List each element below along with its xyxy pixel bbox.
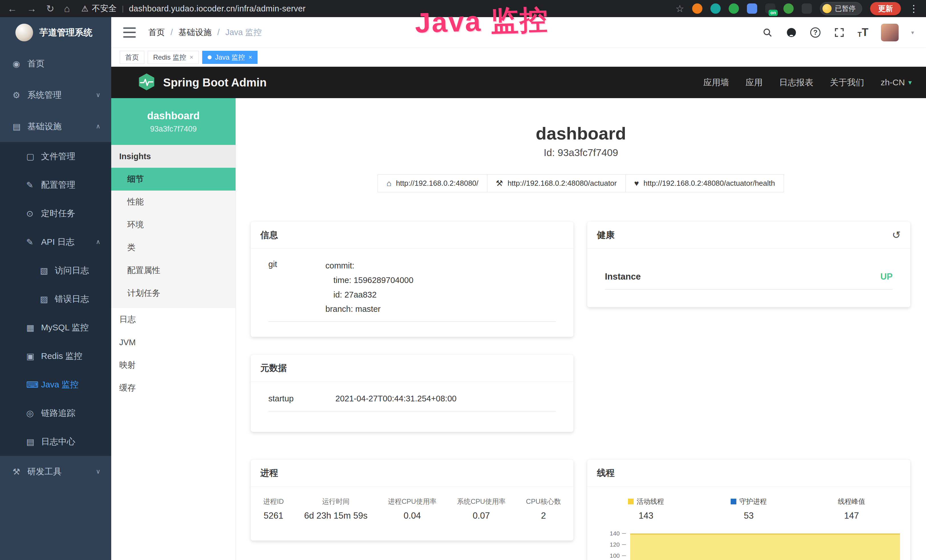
sidebar-item-log-center[interactable]: ▤ 日志中心 bbox=[0, 427, 111, 456]
extension-icon-puzzle[interactable] bbox=[802, 3, 812, 14]
sba-locale-select[interactable]: zh-CN ▾ bbox=[881, 77, 912, 87]
extension-icon-dark[interactable]: on bbox=[765, 3, 775, 14]
chevron-up-icon: ∧ bbox=[96, 123, 100, 130]
sba-nav-wallboard[interactable]: 应用墙 bbox=[703, 77, 729, 88]
forward-icon[interactable]: → bbox=[27, 4, 36, 14]
help-icon[interactable]: ? bbox=[809, 27, 821, 38]
emoji-face-icon bbox=[823, 4, 832, 13]
instance-menu-details[interactable]: 细节 bbox=[111, 168, 236, 191]
sidebar-item-label: API 日志 bbox=[41, 236, 74, 248]
extension-icon-green[interactable] bbox=[729, 3, 739, 14]
font-size-icon[interactable]: TT bbox=[858, 26, 869, 38]
sidebar-item-trace[interactable]: ◎ 链路追踪 bbox=[0, 399, 111, 427]
reload-icon[interactable]: ↻ bbox=[46, 4, 54, 14]
tab-home[interactable]: 首页 bbox=[120, 51, 144, 64]
sba-nav-about[interactable]: 关于我们 bbox=[830, 77, 864, 88]
chevron-down-icon: ∨ bbox=[96, 468, 100, 475]
legend-value: 147 bbox=[800, 511, 903, 521]
git-branch-line: branch: master bbox=[325, 302, 413, 316]
instance-menu-jvm[interactable]: JVM bbox=[111, 331, 236, 354]
breadcrumb-infrastructure[interactable]: 基础设施 bbox=[179, 27, 212, 38]
fullscreen-icon[interactable] bbox=[834, 27, 845, 38]
sidebar-item-infrastructure[interactable]: ▤ 基础设施 ∧ bbox=[0, 111, 111, 142]
instance-menu-logs[interactable]: 日志 bbox=[111, 308, 236, 331]
bookmark-star-icon[interactable]: ☆ bbox=[676, 3, 684, 14]
search-icon[interactable] bbox=[762, 27, 773, 38]
trace-icon: ◎ bbox=[26, 408, 41, 418]
sidebar-item-error-logs[interactable]: ▨ 错误日志 bbox=[0, 285, 111, 313]
sidebar-item-devtools[interactable]: ⚒ 研发工具 ∨ bbox=[0, 456, 111, 487]
cards-right-column: 健康 ↺ Instance UP 线程 bbox=[587, 222, 910, 560]
actuator-url-link[interactable]: ⚒ http://192.168.0.2:48080/actuator bbox=[487, 174, 626, 192]
sidebar-logo[interactable]: 芋道管理系统 bbox=[0, 17, 111, 48]
history-icon[interactable]: ↺ bbox=[892, 230, 900, 240]
extension-icon-teal[interactable] bbox=[710, 3, 721, 14]
card-title: 线程 bbox=[597, 467, 614, 479]
sidebar-item-java-monitor[interactable]: ⌨ Java 监控 bbox=[0, 370, 111, 399]
home-icon[interactable]: ⌂ bbox=[64, 4, 70, 14]
breadcrumb-separator: / bbox=[217, 28, 219, 37]
health-url-link[interactable]: ♥ http://192.168.0.2:48080/actuator/heal… bbox=[625, 174, 784, 192]
sba-logo-icon[interactable] bbox=[138, 73, 156, 92]
breadcrumb-home[interactable]: 首页 bbox=[148, 27, 165, 38]
heart-pulse-icon: ♥ bbox=[634, 179, 639, 188]
instance-menu-scheduled-tasks[interactable]: 计划任务 bbox=[111, 282, 236, 305]
threads-area-series bbox=[630, 533, 900, 560]
col-value: 0.07 bbox=[457, 511, 505, 521]
sidebar-item-mysql-monitor[interactable]: ▦ MySQL 监控 bbox=[0, 313, 111, 342]
extension-icon-leaf[interactable] bbox=[784, 3, 794, 14]
col-value: 5261 bbox=[263, 511, 284, 521]
instance-menu-classes[interactable]: 类 bbox=[111, 236, 236, 259]
back-icon[interactable]: ← bbox=[8, 4, 17, 14]
instance-menu-mappings[interactable]: 映射 bbox=[111, 354, 236, 377]
sidebar-item-redis-monitor[interactable]: ▣ Redis 监控 bbox=[0, 342, 111, 370]
sidebar-item-home[interactable]: ◉ 首页 bbox=[0, 48, 111, 79]
tab-label: Redis 监控 bbox=[153, 53, 186, 62]
instance-menu-metrics[interactable]: 性能 bbox=[111, 191, 236, 213]
instance-menu-environment[interactable]: 环境 bbox=[111, 213, 236, 236]
instance-menu-config-props[interactable]: 配置属性 bbox=[111, 259, 236, 282]
instance-submenu: 细节 性能 环境 类 配置属性 计划任务 bbox=[111, 168, 236, 308]
tab-redis-monitor[interactable]: Redis 监控 × bbox=[148, 51, 199, 64]
col-value: 0.04 bbox=[388, 511, 437, 521]
page-subtitle: Id: 93a3fc7f7409 bbox=[236, 147, 926, 158]
browser-menu-icon[interactable]: ⋮ bbox=[909, 4, 918, 14]
service-url-link[interactable]: ⌂ http://192.168.0.2:48080/ bbox=[378, 174, 487, 192]
card-title: 进程 bbox=[260, 467, 278, 479]
tab-java-monitor[interactable]: Java 监控 × bbox=[202, 51, 257, 64]
sidebar-item-file-management[interactable]: ▢ 文件管理 bbox=[0, 142, 111, 171]
address-bar[interactable]: ⚠ 不安全 | dashboard.yudao.iocoder.cn/infra… bbox=[81, 3, 306, 14]
hamburger-icon[interactable] bbox=[123, 27, 136, 38]
error-log-icon: ▨ bbox=[40, 294, 55, 304]
avatar-caret-icon[interactable]: ▾ bbox=[911, 29, 914, 36]
user-avatar[interactable] bbox=[881, 24, 899, 41]
process-col-cpus: CPU核心数 2 bbox=[526, 497, 561, 521]
update-button[interactable]: 更新 bbox=[870, 2, 901, 15]
sba-nav-journal[interactable]: 日志报表 bbox=[779, 77, 813, 88]
sidebar-item-label: 错误日志 bbox=[55, 293, 89, 305]
sidebar-item-scheduled-tasks[interactable]: ⊙ 定时任务 bbox=[0, 199, 111, 228]
instance-header[interactable]: dashboard 93a3fc7f7409 bbox=[111, 98, 236, 145]
mysql-icon: ▦ bbox=[26, 322, 41, 333]
git-id-line: id: 27aa832 bbox=[325, 288, 413, 302]
sidebar-item-api-logs[interactable]: ✎ API 日志 ∧ bbox=[0, 228, 111, 256]
link-label: http://192.168.0.2:48080/actuator/health bbox=[643, 179, 775, 188]
tab-close-icon[interactable]: × bbox=[190, 54, 194, 61]
tab-close-icon[interactable]: × bbox=[248, 54, 252, 61]
extension-icon-blue-grid[interactable] bbox=[747, 3, 757, 14]
github-icon[interactable] bbox=[786, 27, 797, 38]
sba-nav-applications[interactable]: 应用 bbox=[746, 77, 763, 88]
instance-sidebar: dashboard 93a3fc7f7409 Insights 细节 性能 环境… bbox=[111, 98, 236, 560]
process-columns: 进程ID 5261 运行时间 6d 23h 15m 59s 进程CPU使用率 0… bbox=[263, 497, 561, 521]
url-text[interactable]: dashboard.yudao.iocoder.cn/infra/admin-s… bbox=[129, 4, 306, 14]
sidebar-item-system[interactable]: ⚙ 系统管理 ∨ bbox=[0, 79, 111, 111]
app-title: 芋道管理系统 bbox=[39, 27, 92, 38]
sidebar-item-config-management[interactable]: ✎ 配置管理 bbox=[0, 171, 111, 199]
paused-extension-badge[interactable]: 已暂停 bbox=[820, 2, 862, 15]
sidebar-item-label: 日志中心 bbox=[41, 436, 75, 448]
sidebar-item-access-logs[interactable]: ▧ 访问日志 bbox=[0, 256, 111, 285]
extension-icon-orange[interactable] bbox=[692, 3, 702, 14]
sidebar-item-label: 定时任务 bbox=[41, 208, 75, 219]
legend-label: 线程峰值 bbox=[838, 497, 865, 506]
instance-menu-caches[interactable]: 缓存 bbox=[111, 377, 236, 400]
